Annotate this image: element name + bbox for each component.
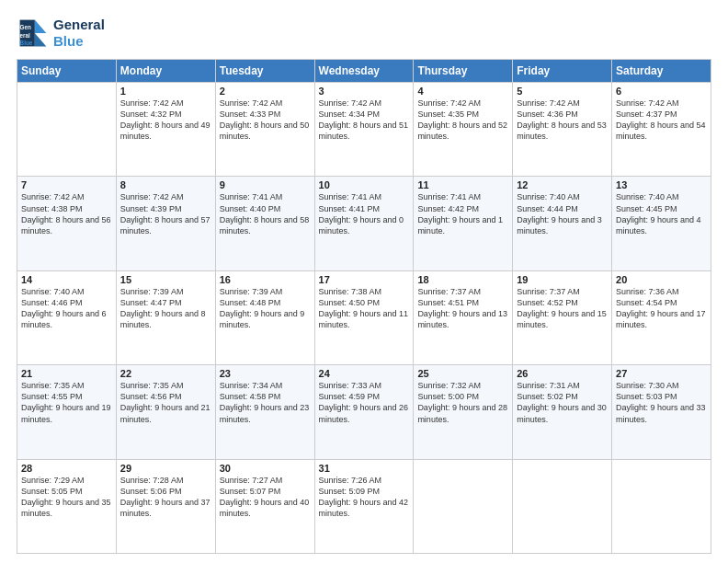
day-number: 18 [417,274,508,285]
cell-info: Sunrise: 7:30 AMSunset: 5:03 PMDaylight:… [616,380,707,425]
calendar-cell: 10Sunrise: 7:41 AMSunset: 4:41 PMDayligh… [314,177,414,270]
calendar-cell: 18Sunrise: 7:37 AMSunset: 4:51 PMDayligh… [414,270,513,364]
calendar-cell: 22Sunrise: 7:35 AMSunset: 4:56 PMDayligh… [116,365,215,459]
logo-blue: Blue [53,33,105,50]
cell-info: Sunrise: 7:40 AMSunset: 4:46 PMDaylight:… [21,286,112,331]
cell-info: Sunrise: 7:33 AMSunset: 4:59 PMDaylight:… [319,380,410,425]
calendar-cell: 7Sunrise: 7:42 AMSunset: 4:38 PMDaylight… [17,177,117,270]
cell-info: Sunrise: 7:41 AMSunset: 4:41 PMDaylight:… [319,191,410,236]
cell-info: Sunrise: 7:39 AMSunset: 4:48 PMDaylight:… [220,286,311,331]
weekday-header-monday: Monday [116,60,215,83]
day-number: 31 [319,463,410,474]
day-number: 28 [21,463,112,474]
day-number: 3 [319,86,410,97]
cell-info: Sunrise: 7:42 AMSunset: 4:36 PMDaylight:… [517,98,608,143]
cell-info: Sunrise: 7:37 AMSunset: 4:51 PMDaylight:… [417,286,508,331]
cell-info: Sunrise: 7:42 AMSunset: 4:35 PMDaylight:… [417,98,508,143]
day-number: 21 [21,368,112,379]
weekday-header-saturday: Saturday [612,60,711,83]
day-number: 6 [616,86,707,97]
calendar-cell: 17Sunrise: 7:38 AMSunset: 4:50 PMDayligh… [314,270,414,364]
cell-info: Sunrise: 7:36 AMSunset: 4:54 PMDaylight:… [616,286,707,331]
calendar-cell: 3Sunrise: 7:42 AMSunset: 4:34 PMDaylight… [314,83,414,177]
week-row-4: 21Sunrise: 7:35 AMSunset: 4:55 PMDayligh… [17,365,711,459]
calendar-cell: 14Sunrise: 7:40 AMSunset: 4:46 PMDayligh… [17,270,117,364]
day-number: 14 [21,274,112,285]
weekday-header-wednesday: Wednesday [314,60,414,83]
cell-info: Sunrise: 7:42 AMSunset: 4:37 PMDaylight:… [616,98,707,143]
calendar-cell: 9Sunrise: 7:41 AMSunset: 4:40 PMDaylight… [215,177,314,270]
calendar-cell: 24Sunrise: 7:33 AMSunset: 4:59 PMDayligh… [314,365,414,459]
cell-info: Sunrise: 7:42 AMSunset: 4:38 PMDaylight:… [21,191,112,236]
calendar-table: SundayMondayTuesdayWednesdayThursdayFrid… [17,59,711,554]
day-number: 29 [120,463,211,474]
day-number: 17 [319,274,410,285]
day-number: 27 [616,368,707,379]
day-number: 24 [319,368,410,379]
calendar-cell: 5Sunrise: 7:42 AMSunset: 4:36 PMDaylight… [513,83,612,177]
day-number: 4 [417,86,508,97]
weekday-header-tuesday: Tuesday [215,60,314,83]
day-number: 23 [220,368,311,379]
logo-icon: Gen eral Blue [17,17,50,50]
day-number: 9 [220,179,311,190]
day-number: 5 [517,86,608,97]
calendar-cell: 1Sunrise: 7:42 AMSunset: 4:32 PMDaylight… [116,83,215,177]
cell-info: Sunrise: 7:42 AMSunset: 4:34 PMDaylight:… [319,98,410,143]
day-number: 25 [417,368,508,379]
day-number: 20 [616,274,707,285]
day-number: 11 [417,179,508,190]
day-number: 30 [220,463,311,474]
cell-info: Sunrise: 7:42 AMSunset: 4:33 PMDaylight:… [220,98,311,143]
svg-marker-1 [35,33,47,46]
cell-info: Sunrise: 7:31 AMSunset: 5:02 PMDaylight:… [517,380,608,425]
svg-text:Blue: Blue [20,40,33,46]
cell-info: Sunrise: 7:39 AMSunset: 4:47 PMDaylight:… [120,286,211,331]
day-number: 26 [517,368,608,379]
calendar-cell: 4Sunrise: 7:42 AMSunset: 4:35 PMDaylight… [414,83,513,177]
svg-marker-0 [35,20,47,33]
cell-info: Sunrise: 7:35 AMSunset: 4:55 PMDaylight:… [21,380,112,425]
calendar-cell: 21Sunrise: 7:35 AMSunset: 4:55 PMDayligh… [17,365,117,459]
day-number: 1 [120,86,211,97]
weekday-header-sunday: Sunday [17,60,117,83]
calendar-cell: 16Sunrise: 7:39 AMSunset: 4:48 PMDayligh… [215,270,314,364]
calendar-cell: 20Sunrise: 7:36 AMSunset: 4:54 PMDayligh… [612,270,711,364]
calendar-cell: 23Sunrise: 7:34 AMSunset: 4:58 PMDayligh… [215,365,314,459]
calendar-cell: 11Sunrise: 7:41 AMSunset: 4:42 PMDayligh… [414,177,513,270]
calendar-cell: 2Sunrise: 7:42 AMSunset: 4:33 PMDaylight… [215,83,314,177]
cell-info: Sunrise: 7:42 AMSunset: 4:32 PMDaylight:… [120,98,211,143]
day-number: 2 [220,86,311,97]
calendar-cell [414,459,513,553]
cell-info: Sunrise: 7:28 AMSunset: 5:06 PMDaylight:… [120,475,211,520]
cell-info: Sunrise: 7:38 AMSunset: 4:50 PMDaylight:… [319,286,410,331]
day-number: 19 [517,274,608,285]
calendar-cell [513,459,612,553]
calendar-cell: 28Sunrise: 7:29 AMSunset: 5:05 PMDayligh… [17,459,117,553]
day-number: 7 [21,179,112,190]
cell-info: Sunrise: 7:42 AMSunset: 4:39 PMDaylight:… [120,191,211,236]
calendar-cell: 25Sunrise: 7:32 AMSunset: 5:00 PMDayligh… [414,365,513,459]
calendar-cell: 12Sunrise: 7:40 AMSunset: 4:44 PMDayligh… [513,177,612,270]
week-row-2: 7Sunrise: 7:42 AMSunset: 4:38 PMDaylight… [17,177,711,270]
calendar-cell: 6Sunrise: 7:42 AMSunset: 4:37 PMDaylight… [612,83,711,177]
cell-info: Sunrise: 7:40 AMSunset: 4:45 PMDaylight:… [616,191,707,236]
calendar-cell [17,83,117,177]
page: Gen eral Blue General Blue SundayMondayT… [0,0,728,563]
calendar-cell: 30Sunrise: 7:27 AMSunset: 5:07 PMDayligh… [215,459,314,553]
weekday-header-row: SundayMondayTuesdayWednesdayThursdayFrid… [17,60,711,83]
day-number: 10 [319,179,410,190]
header: Gen eral Blue General Blue [17,17,711,50]
calendar-cell: 27Sunrise: 7:30 AMSunset: 5:03 PMDayligh… [612,365,711,459]
calendar-cell: 19Sunrise: 7:37 AMSunset: 4:52 PMDayligh… [513,270,612,364]
cell-info: Sunrise: 7:34 AMSunset: 4:58 PMDaylight:… [220,380,311,425]
day-number: 22 [120,368,211,379]
calendar-cell: 13Sunrise: 7:40 AMSunset: 4:45 PMDayligh… [612,177,711,270]
week-row-1: 1Sunrise: 7:42 AMSunset: 4:32 PMDaylight… [17,83,711,177]
weekday-header-thursday: Thursday [414,60,513,83]
calendar-cell: 8Sunrise: 7:42 AMSunset: 4:39 PMDaylight… [116,177,215,270]
logo: Gen eral Blue General Blue [17,17,105,50]
calendar-cell: 26Sunrise: 7:31 AMSunset: 5:02 PMDayligh… [513,365,612,459]
cell-info: Sunrise: 7:26 AMSunset: 5:09 PMDaylight:… [319,475,410,520]
cell-info: Sunrise: 7:37 AMSunset: 4:52 PMDaylight:… [517,286,608,331]
